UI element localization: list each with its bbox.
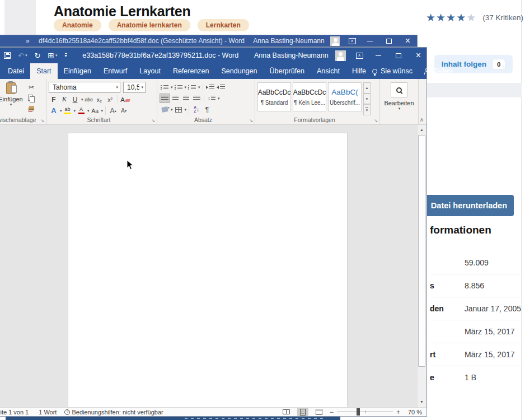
align-right-icon[interactable] [181,94,191,103]
read-mode-icon[interactable] [281,408,292,416]
borders-icon[interactable] [174,105,184,114]
numbered-list-icon[interactable] [174,82,184,92]
tab-referenzen[interactable]: Referenzen [167,63,215,79]
tab-hilfe[interactable]: Hilfe [346,63,372,79]
bullet-list-icon[interactable] [160,82,170,92]
accessibility-status[interactable]: ? Bedienungshilfen: nicht verfügbar [64,409,163,416]
increase-indent-icon[interactable] [216,82,226,92]
scroll-up-icon[interactable]: ▲ [418,125,426,134]
avatar[interactable] [335,50,346,61]
word-window-background[interactable]: » df4dc16fb25518a4e2caff52bbf4d58f.doc (… [0,35,418,47]
zoom-slider[interactable] [337,408,393,416]
maximize-icon[interactable] [386,39,392,44]
show-paragraph-marks-icon[interactable]: ¶ [202,105,212,114]
zoom-percentage[interactable]: 70 % [405,409,422,416]
change-case-button[interactable]: Aa [90,106,100,115]
scroll-up-icon[interactable]: ▲ [363,82,371,94]
page-count[interactable]: Seite 1 von 1 [0,409,29,416]
print-layout-icon[interactable] [297,408,308,416]
chevron-down-icon[interactable]: ▾ [87,109,90,113]
maximize-icon[interactable] [396,53,401,58]
dialog-launcher-icon[interactable]: ↘ [249,118,253,123]
word-count[interactable]: 1 Wort [39,409,57,416]
subscript-button[interactable]: x₂ [95,95,105,104]
sort-icon[interactable]: AZ↓ [191,105,201,114]
web-layout-icon[interactable] [313,408,325,416]
tag-anatomie-lernkarten[interactable]: Anatomie lernkarten [109,19,190,31]
font-color-button[interactable]: A [76,106,86,115]
align-left-icon[interactable] [160,94,170,103]
tell-me-search[interactable]: Sie wünsc [372,67,412,75]
reviews-count[interactable]: (37 Kritiken) [482,13,523,22]
bold-button[interactable]: F [49,95,59,104]
font-size-combo[interactable]: 10,5 ▾ [123,82,146,93]
undo-icon[interactable]: ↶▾ [18,52,27,60]
highlight-button[interactable]: ab [63,106,73,115]
minimize-icon[interactable] [376,55,381,56]
zoom-in-icon[interactable]: + [396,408,400,416]
strikethrough-button[interactable]: abc [84,95,94,104]
account-name[interactable]: Anna Basting-Neumann [253,37,324,45]
paste-button[interactable]: Einfügen ▾ [0,82,24,115]
tag-anatomie[interactable]: Anatomie [54,19,101,31]
scroll-down-icon[interactable]: ▼ [363,94,371,105]
clear-formatting-button[interactable]: A [120,95,130,104]
scroll-down-icon[interactable]: ▼ [418,398,426,406]
align-center-icon[interactable] [170,94,180,103]
grow-font-button[interactable]: A▴ [108,106,118,115]
more-styles-icon[interactable]: ▼ [363,104,371,115]
chevron-down-icon[interactable]: ▾ [185,85,187,90]
chevron-down-icon[interactable]: ▾ [171,85,173,90]
tab-sendungen[interactable]: Sendungen [215,63,264,79]
chevron-down-icon[interactable]: ▾ [185,108,187,112]
tab-entwurf[interactable]: Entwurf [97,63,133,79]
dialog-launcher-icon[interactable]: ↘ [151,118,155,123]
multilevel-list-icon[interactable] [187,82,197,92]
save-icon[interactable] [4,52,11,59]
tab-datei[interactable]: Datei [2,63,30,79]
chevron-down-icon[interactable]: ▾ [60,109,62,113]
zoom-slider-thumb[interactable] [357,408,360,416]
quick-access-overflow-icon[interactable]: » [26,37,30,45]
shrink-font-button[interactable]: A▾ [119,106,129,115]
table-icon[interactable]: ⊞▾ [48,51,57,60]
format-painter-icon[interactable] [26,104,36,113]
style-kein-leerraum[interactable]: AaBbCcDc ¶ Kein Lee... [293,82,326,111]
decrease-indent-icon[interactable] [205,82,215,92]
redo-icon[interactable]: ↻ [34,52,40,60]
vertical-scrollbar[interactable]: ▲ ▼ [417,125,426,407]
justify-icon[interactable] [191,94,201,103]
scrollbar-thumb[interactable] [418,135,425,367]
shading-icon[interactable] [160,105,170,114]
line-spacing-icon[interactable]: ↕ [207,94,217,103]
dialog-launcher-icon[interactable]: ↘ [40,118,44,123]
italic-button[interactable]: K [59,95,69,104]
underline-button[interactable]: U [70,95,80,104]
account-name[interactable]: Anna Basting-Neumann [254,52,329,59]
ribbon-display-options-icon[interactable]: ∧ [356,53,363,59]
tab-start[interactable]: Start [30,63,57,79]
download-file-button[interactable]: ⇩ Datei herunterladen [414,195,514,216]
chevron-down-icon[interactable]: ▾ [101,109,104,113]
collapse-ribbon-icon[interactable]: ∧ [420,116,424,123]
zoom-out-icon[interactable]: − [330,408,334,416]
font-name-combo[interactable]: Tahoma ▾ [49,82,120,93]
cut-icon[interactable]: ✂ [26,82,36,92]
chevron-down-icon[interactable]: ▾ [74,109,76,113]
share-button[interactable]: Teilen [424,67,452,75]
tab-ueberpruefen[interactable]: Überprüfen [263,63,311,79]
editing-button[interactable] [391,82,407,97]
tag-lernkarten[interactable]: Lernkarten [198,19,249,31]
chevron-down-icon[interactable]: ▾ [218,96,220,101]
minimize-icon[interactable] [367,41,373,41]
dialog-launcher-icon[interactable]: ↘ [374,118,378,123]
tab-ansicht[interactable]: Ansicht [311,63,346,79]
chevron-down-icon[interactable]: ▾ [198,85,200,90]
text-effects-button[interactable]: A [49,106,59,115]
ribbon-display-options-icon[interactable]: ∧ [349,38,356,44]
tab-einfuegen[interactable]: Einfügen [58,63,97,79]
close-icon[interactable]: × [416,51,421,60]
chevron-down-icon[interactable]: ▾ [81,97,83,102]
close-icon[interactable]: × [405,36,410,45]
copy-icon[interactable] [26,93,36,102]
